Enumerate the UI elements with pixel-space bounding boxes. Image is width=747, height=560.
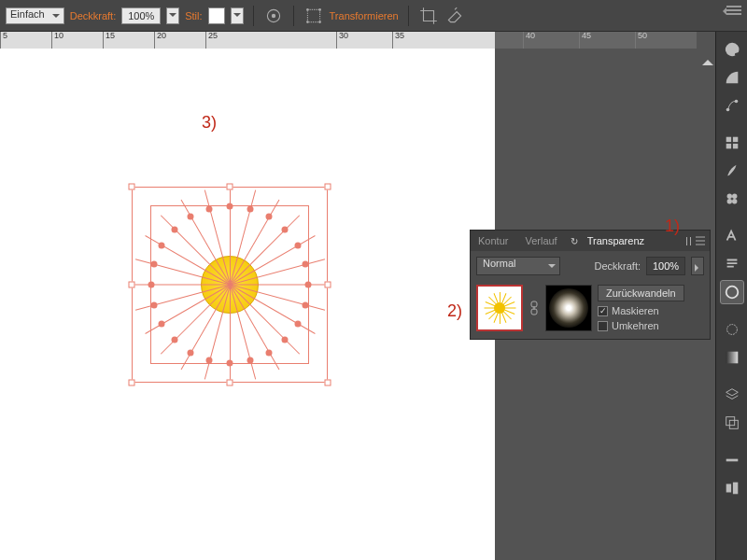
svg-point-16 (732, 199, 737, 203)
svg-rect-20 (726, 417, 734, 426)
flyout-icon[interactable] (719, 7, 726, 15)
svg-rect-23 (732, 483, 737, 495)
svg-point-13 (726, 194, 731, 199)
panel-opacity-label: Deckkraft: (594, 260, 641, 272)
circle-outline-icon[interactable] (720, 317, 744, 342)
tab-kontur[interactable]: Kontur (474, 235, 512, 246)
style-dropdown[interactable] (231, 7, 244, 24)
svg-rect-12 (732, 144, 737, 148)
opacity-stepper[interactable] (691, 257, 704, 275)
svg-point-4 (318, 8, 321, 11)
panel-menu-icon[interactable] (726, 6, 741, 15)
transparency-icon[interactable] (720, 280, 744, 304)
svg-point-5 (306, 21, 309, 23)
bounding-box-icon[interactable] (303, 6, 324, 26)
annotation-3: 3) (202, 113, 217, 133)
refresh-icon: ↻ (571, 236, 578, 246)
invert-label: Umkehren (612, 320, 659, 331)
svg-rect-2 (307, 9, 319, 21)
tab-transparenz[interactable]: Transparenz (584, 235, 648, 246)
invert-checkbox[interactable]: Umkehren (598, 320, 684, 331)
type-icon[interactable] (720, 224, 744, 248)
tab-verlauf[interactable]: Verlauf (521, 235, 560, 246)
link-icon[interactable] (529, 285, 540, 331)
mask-checkbox[interactable]: ✓Maskieren (598, 305, 684, 316)
style-label: Stil: (185, 10, 202, 21)
curve-icon[interactable] (720, 93, 744, 118)
divider (293, 6, 294, 26)
gradient-icon[interactable] (720, 345, 744, 370)
gray-ruler-zone: 404550 (495, 32, 697, 49)
shape-icon[interactable] (720, 65, 744, 90)
mask-thumbnail[interactable] (545, 285, 592, 331)
svg-rect-22 (726, 484, 730, 493)
transform-label: Transformieren (330, 10, 399, 21)
svg-point-6 (318, 21, 321, 23)
annotation-1: 1) (665, 217, 680, 236)
mode-select[interactable]: Einfach (6, 7, 64, 24)
svg-point-3 (306, 8, 309, 11)
svg-point-1 (271, 13, 275, 17)
artboards-icon[interactable] (720, 411, 744, 435)
svg-rect-11 (726, 144, 730, 148)
transform-bbox[interactable] (132, 187, 328, 383)
collapse-icon[interactable] (686, 237, 691, 245)
annotation-2: 2) (447, 301, 462, 321)
svg-rect-21 (729, 420, 738, 428)
paragraph-icon[interactable] (720, 252, 744, 276)
svg-rect-10 (732, 137, 737, 142)
artboard[interactable] (0, 49, 495, 560)
scroll-up-arrow[interactable] (702, 54, 713, 65)
brush-icon[interactable] (720, 159, 744, 183)
transparency-panel: Kontur Verlauf ↻ Transparenz Normal Deck… (470, 230, 711, 340)
divider (408, 6, 409, 26)
palette-icon[interactable] (720, 37, 744, 62)
opacity-dropdown[interactable] (166, 7, 179, 24)
opacity-label: Deckkraft: (70, 10, 117, 21)
top-toolbar: Einfach Deckkraft: Stil: Transformieren (0, 0, 747, 32)
blend-mode-select[interactable]: Normal (476, 257, 560, 275)
divider (253, 6, 254, 26)
eraser-icon[interactable] (444, 6, 465, 26)
line-icon[interactable] (720, 448, 744, 472)
artwork-thumbnail[interactable] (476, 285, 523, 331)
layers-icon[interactable] (720, 383, 744, 407)
svg-rect-9 (726, 137, 730, 142)
svg-point-18 (726, 325, 737, 335)
mask-label: Maskieren (612, 305, 659, 316)
style-swatch[interactable] (208, 7, 225, 24)
svg-rect-19 (726, 352, 738, 364)
right-tool-strip (715, 32, 747, 560)
panel-opacity-input[interactable] (646, 257, 685, 275)
svg-point-17 (726, 287, 738, 299)
revert-button[interactable]: Zurückwandeln (598, 285, 684, 301)
panel-menu-icon[interactable] (695, 236, 706, 245)
grid-icon[interactable] (720, 131, 744, 155)
target-icon[interactable] (263, 6, 284, 26)
align-icon[interactable] (720, 476, 744, 500)
clover-icon[interactable] (720, 187, 744, 211)
horizontal-ruler: 5101520253035 (0, 32, 495, 49)
svg-point-15 (726, 199, 731, 203)
opacity-input[interactable] (121, 7, 161, 24)
svg-point-14 (732, 194, 737, 199)
crop-icon[interactable] (418, 6, 439, 26)
